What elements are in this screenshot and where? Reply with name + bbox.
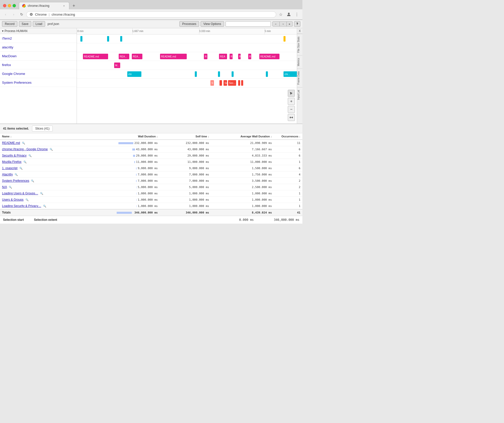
slices-tab[interactable]: Slices (41): [32, 126, 53, 132]
cell-occ-9: 1: [274, 197, 302, 203]
block-chrome-teal2[interactable]: [218, 71, 220, 77]
name-link-1[interactable]: chrome://tracing - Google Chrome: [2, 147, 48, 151]
process-header-label: Process HUMAN: [5, 29, 27, 33]
view-options-button[interactable]: View Options: [201, 21, 224, 27]
col-name[interactable]: Name ↓: [0, 133, 108, 140]
process-item-firefox[interactable]: firefox: [0, 61, 77, 69]
new-tab-button[interactable]: +: [70, 2, 77, 9]
help-button[interactable]: ?: [294, 21, 300, 27]
reload-button[interactable]: ↻: [18, 11, 25, 18]
name-link-3[interactable]: Mozilla Firefox: [2, 160, 21, 164]
search-icon-5[interactable]: 🔍: [15, 173, 18, 176]
name-link-6[interactable]: System Preferences: [2, 179, 29, 183]
block-macdown-readme1[interactable]: README.md: [83, 54, 108, 59]
search-icon-4[interactable]: 🔍: [19, 167, 22, 170]
name-link-8[interactable]: Loading Users & Groups…: [2, 192, 38, 195]
search-icon-3[interactable]: 🔍: [23, 161, 26, 163]
close-panel-button[interactable]: X: [297, 28, 302, 34]
cell-self-9: 1,000.000 ms: [160, 197, 211, 203]
sidebar-tab-filesize[interactable]: File Size Stats: [297, 34, 302, 55]
block-macdown-r2[interactable]: R: [230, 54, 233, 59]
table-row: Mozilla Firefox 🔍 11,000.000 ms 11,000.0…: [0, 159, 302, 165]
block-chrome-teal3[interactable]: [232, 71, 234, 77]
name-link-4[interactable]: 1. osascript: [2, 166, 17, 170]
block-sys-sec[interactable]: Sec...: [228, 80, 236, 86]
name-link-0[interactable]: README.md: [2, 141, 20, 145]
block-macdown-rea3[interactable]: REA: [219, 54, 227, 59]
col-self-time[interactable]: Self time ↓: [160, 133, 211, 140]
process-item-chrome[interactable]: Google Chrome: [0, 69, 77, 78]
maximize-traffic-light[interactable]: [13, 4, 16, 7]
sidebar-tab-inputlat[interactable]: Input Lat: [297, 87, 302, 102]
col-avg-wall[interactable]: Average Wall Duration ↓: [211, 133, 274, 140]
record-button[interactable]: Record: [2, 21, 17, 27]
address-bar[interactable]: Chrome | chrome://tracing: [26, 11, 276, 18]
block-macdown-r3[interactable]: R: [238, 54, 241, 59]
block-chrome-teal1[interactable]: [195, 71, 197, 77]
block-macdown-r1[interactable]: R: [204, 54, 207, 59]
back-button[interactable]: ‹: [2, 11, 9, 18]
name-link-5[interactable]: Alacritty: [2, 173, 13, 176]
block-sys-se1[interactable]: Se: [224, 80, 227, 86]
prev-button[interactable]: ←: [272, 21, 280, 26]
block-iterm2-2[interactable]: [107, 36, 109, 42]
processes-button[interactable]: Processes: [179, 21, 199, 27]
name-link-10[interactable]: Loading Security & Privacy…: [2, 204, 41, 208]
zoom-in-button[interactable]: +: [288, 98, 295, 105]
search-icon-7[interactable]: 🔍: [9, 186, 12, 189]
block-chrome-chr1[interactable]: chr: [127, 71, 141, 77]
search-icon-10[interactable]: 🔍: [43, 205, 46, 207]
block-sys-red1[interactable]: [219, 80, 222, 86]
search-input[interactable]: [226, 21, 271, 27]
block-sys-red2[interactable]: [238, 80, 240, 86]
cell-occ-1: 6: [274, 146, 302, 153]
pointer-tool[interactable]: [288, 90, 295, 97]
profile-button[interactable]: [285, 11, 292, 18]
browser-window: chrome://tracing × + ‹ › ↻ Chrome | chro…: [0, 0, 302, 20]
process-item-macdown[interactable]: MacDown: [0, 52, 77, 61]
block-sys-red3[interactable]: [241, 80, 243, 86]
search-icon-2[interactable]: 🔍: [28, 154, 32, 157]
search-icon-8[interactable]: 🔍: [40, 192, 43, 195]
process-item-sysprefs[interactable]: System Preferences: [0, 78, 77, 87]
minimize-traffic-light[interactable]: [8, 4, 11, 7]
menu-button[interactable]: ⋮: [293, 11, 300, 18]
block-macdown-readme2[interactable]: README.md: [160, 54, 187, 59]
process-item-iterm2[interactable]: iTerm2: [0, 34, 77, 43]
zoom-out-button[interactable]: −: [288, 106, 295, 113]
search-icon-6[interactable]: 🔍: [31, 179, 34, 182]
sidebar-tab-framedata[interactable]: Frame Data: [297, 69, 302, 87]
load-button[interactable]: Load: [33, 21, 45, 27]
block-chrome-teal4[interactable]: [266, 71, 268, 77]
sidebar-tab-metrics[interactable]: Metrics: [297, 55, 302, 69]
search-icon-9[interactable]: 🔍: [25, 198, 28, 201]
forward-button[interactable]: ›: [10, 11, 17, 18]
save-button[interactable]: Save: [19, 21, 31, 27]
block-macdown-rea2[interactable]: REA...: [132, 54, 142, 59]
process-item-alacritty[interactable]: alacritty: [0, 43, 77, 52]
fit-button[interactable]: [288, 114, 295, 121]
process-header[interactable]: ▾ Process HUMAN: [0, 28, 77, 34]
block-sys-s[interactable]: S: [210, 80, 214, 86]
block-iterm2-3[interactable]: [120, 36, 122, 42]
next-button[interactable]: →: [280, 21, 287, 26]
block-chrome-chr2[interactable]: chr...: [284, 71, 298, 77]
close-traffic-light[interactable]: [3, 4, 6, 7]
block-macdown-r4[interactable]: R: [248, 54, 251, 59]
col-wall-duration[interactable]: Wall Duration ↓: [108, 133, 160, 140]
name-link-7[interactable]: N/A: [2, 185, 7, 189]
block-macdown-rea1[interactable]: REA...: [119, 54, 129, 59]
tab-close-button[interactable]: ×: [62, 4, 66, 8]
active-tab[interactable]: chrome://tracing ×: [19, 2, 69, 9]
search-icon-0[interactable]: 🔍: [22, 142, 25, 144]
bookmark-button[interactable]: ☆: [277, 11, 284, 18]
block-firefox-m[interactable]: M...: [114, 63, 120, 68]
col-occurrences[interactable]: Occurrences ↓: [274, 133, 302, 140]
name-link-9[interactable]: Users & Groups: [2, 198, 23, 201]
block-macdown-readme3[interactable]: README.md: [259, 54, 279, 59]
search-icon-1[interactable]: 🔍: [50, 148, 53, 151]
block-iterm2-4[interactable]: [284, 36, 286, 42]
more-button[interactable]: »: [287, 21, 293, 26]
block-iterm2-1[interactable]: [80, 36, 82, 42]
name-link-2[interactable]: Security & Privacy: [2, 154, 26, 157]
